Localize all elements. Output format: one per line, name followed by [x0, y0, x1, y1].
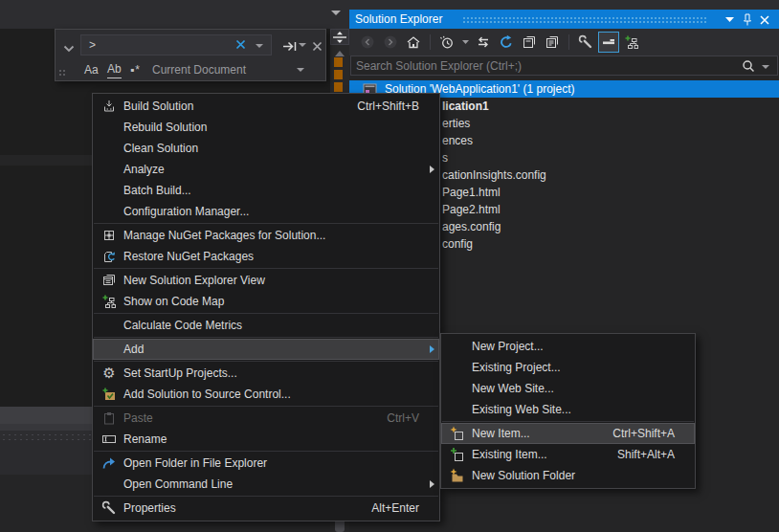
- source-control-icon: [95, 384, 123, 405]
- refresh-icon[interactable]: [496, 32, 517, 53]
- find-query-text: >: [81, 38, 96, 52]
- regex-toggle[interactable]: ▪*: [130, 61, 141, 78]
- forward-icon[interactable]: [380, 32, 401, 53]
- match-whole-word-toggle[interactable]: Ab: [107, 61, 122, 78]
- window-position-caret-icon[interactable]: [723, 12, 737, 27]
- menu-item-shortcut: Shift+Alt+A: [617, 448, 675, 461]
- scroll-up-arrow-icon[interactable]: [335, 51, 345, 56]
- menu-item-new-solution-folder[interactable]: New Solution Folder: [441, 465, 695, 486]
- expand-replace-chevron-icon[interactable]: [63, 42, 75, 55]
- menu-item-properties[interactable]: PropertiesAlt+Enter: [93, 498, 439, 519]
- find-control: > Aa Ab ▪* Current Document: [55, 29, 326, 81]
- no-icon: [95, 315, 123, 336]
- scope-caret-icon[interactable]: [297, 68, 304, 72]
- wrench-icon: [95, 498, 123, 519]
- no-icon: [443, 378, 472, 399]
- menu-item-existing-project[interactable]: Existing Project...: [441, 357, 695, 378]
- menu-item-label: Properties: [123, 501, 371, 515]
- preview-selected-items-toggle-icon[interactable]: [598, 32, 619, 53]
- menu-item-rename[interactable]: Rename: [93, 429, 439, 450]
- panel-title: Solution Explorer: [349, 12, 442, 26]
- no-icon: [443, 399, 472, 420]
- menu-item-add-solution-to-source-control[interactable]: Add Solution to Source Control...: [93, 384, 439, 405]
- scrollbar-change-mark: [334, 82, 343, 92]
- menu-item-label: Existing Project...: [472, 361, 677, 374]
- find-search-input[interactable]: >: [80, 34, 272, 55]
- show-all-files-icon[interactable]: [621, 32, 642, 53]
- menu-separator: [94, 337, 438, 338]
- wrench-icon[interactable]: [575, 32, 596, 53]
- find-close-button[interactable]: [308, 37, 325, 55]
- pending-changes-icon[interactable]: [436, 32, 457, 53]
- menu-item-existing-item[interactable]: Existing Item...Shift+Alt+A: [441, 444, 695, 465]
- existing-item-icon: [443, 444, 472, 465]
- back-icon[interactable]: [357, 32, 378, 53]
- menu-item-label: Clean Solution: [123, 142, 421, 155]
- search-options-caret-icon[interactable]: [762, 65, 769, 69]
- menu-item-batch-build[interactable]: Batch Build...: [93, 180, 439, 201]
- resize-grip[interactable]: [58, 69, 67, 78]
- solution-explorer-toolbar: [349, 29, 779, 55]
- menu-item-clean-solution[interactable]: Clean Solution: [93, 138, 439, 159]
- solution-explorer-search-input[interactable]: Search Solution Explorer (Ctrl+;): [350, 55, 778, 76]
- new-solution-folder-icon: [443, 465, 472, 486]
- titlebar-grip-dots: [462, 16, 706, 23]
- menu-item-existing-web-site[interactable]: Existing Web Site...: [441, 399, 695, 420]
- search-history-caret-icon[interactable]: [256, 44, 263, 48]
- search-icon[interactable]: [741, 58, 756, 77]
- menu-item-show-on-code-map[interactable]: Show on Code Map: [93, 291, 439, 312]
- menu-item-add[interactable]: Add: [93, 339, 439, 360]
- match-case-toggle[interactable]: Aa: [84, 61, 99, 78]
- no-icon: [95, 180, 123, 201]
- menu-item-open-folder-in-file-explorer[interactable]: Open Folder in File Explorer: [93, 453, 439, 474]
- menu-item-restore-nuget-packages[interactable]: Restore NuGet Packages: [93, 246, 439, 267]
- menu-separator: [442, 421, 694, 422]
- menu-separator: [94, 268, 438, 269]
- menu-item-label: Set StartUp Projects...: [123, 366, 421, 380]
- editor-split-handle[interactable]: [330, 29, 349, 45]
- menu-separator: [94, 223, 438, 224]
- menu-item-set-startup-projects[interactable]: ⚙Set StartUp Projects...: [93, 363, 439, 384]
- menu-item-rebuild-solution[interactable]: Rebuild Solution: [93, 117, 439, 138]
- submenu-arrow-icon: [421, 345, 434, 353]
- menu-item-manage-nuget-packages-for-solution[interactable]: Manage NuGet Packages for Solution...: [93, 225, 439, 246]
- collapse-all-icon[interactable]: [519, 32, 540, 53]
- menu-item-label: Paste: [123, 411, 387, 425]
- pending-changes-caret-icon[interactable]: [459, 32, 471, 53]
- toolbar-separator: [568, 34, 569, 50]
- properties-pages-icon[interactable]: [542, 32, 563, 53]
- no-icon: [443, 357, 472, 378]
- toolbar-separator: [430, 34, 431, 50]
- solution-explorer-titlebar[interactable]: Solution Explorer: [349, 10, 779, 29]
- menu-item-build-solution[interactable]: Build SolutionCtrl+Shift+B: [93, 96, 439, 117]
- menu-item-new-solution-explorer-view[interactable]: New Solution Explorer View: [93, 270, 439, 291]
- scrollbar-change-mark: [334, 57, 343, 67]
- search-scope-dropdown[interactable]: Current Document: [152, 61, 246, 78]
- search-placeholder: Search Solution Explorer (Ctrl+;): [351, 59, 522, 73]
- menu-item-new-web-site[interactable]: New Web Site...: [441, 378, 695, 399]
- find-next-button[interactable]: [279, 37, 299, 55]
- menu-item-label: Rebuild Solution: [123, 121, 421, 134]
- menu-item-label: Open Command Line: [123, 477, 421, 491]
- menu-item-configuration-manager[interactable]: Configuration Manager...: [93, 201, 439, 222]
- clear-search-icon[interactable]: [235, 39, 246, 53]
- toolbar-overflow-caret-icon[interactable]: [331, 11, 341, 15]
- no-icon: [95, 201, 123, 222]
- menu-item-label: Show on Code Map: [123, 295, 421, 308]
- home-icon[interactable]: [403, 32, 424, 53]
- menu-item-analyze[interactable]: Analyze: [93, 159, 439, 180]
- menu-item-paste: PasteCtrl+V: [93, 408, 439, 429]
- menu-item-label: New Web Site...: [472, 382, 677, 395]
- menu-item-new-item[interactable]: New Item...Ctrl+Shift+A: [441, 423, 695, 444]
- menu-item-label: Add Solution to Source Control...: [123, 388, 421, 401]
- menu-item-new-project[interactable]: New Project...: [441, 336, 695, 357]
- submenu-arrow-icon: [421, 480, 434, 488]
- menu-item-label: New Solution Explorer View: [123, 274, 421, 287]
- menu-item-open-command-line[interactable]: Open Command Line: [93, 474, 439, 495]
- no-icon: [95, 117, 123, 138]
- pin-icon[interactable]: [740, 12, 754, 27]
- sync-with-active-document-icon[interactable]: [473, 32, 494, 53]
- menu-item-calculate-code-metrics[interactable]: Calculate Code Metrics: [93, 315, 439, 336]
- find-next-caret-icon[interactable]: [299, 43, 306, 47]
- close-icon[interactable]: [757, 12, 771, 27]
